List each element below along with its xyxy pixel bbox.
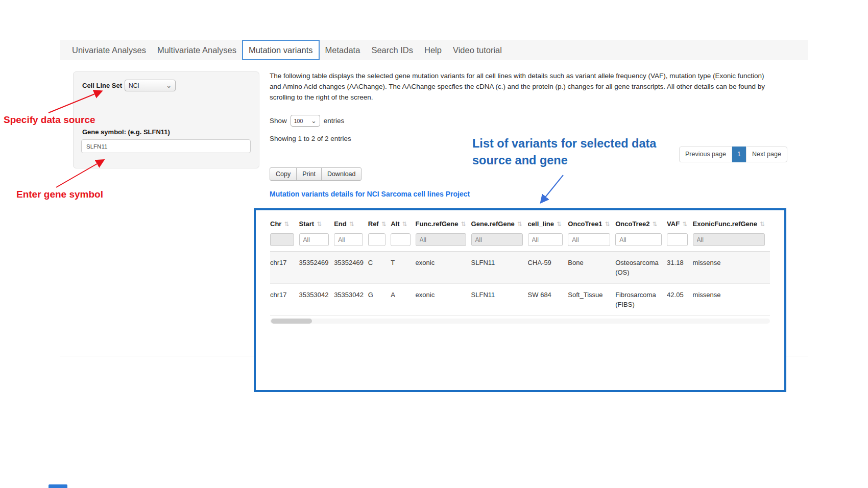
column-header-oncotree1[interactable]: OncoTree1⇅ (568, 215, 615, 232)
top-navigation: Univariate Analyses Multivariate Analyse… (60, 40, 808, 60)
table-cell: Osteosarcoma (OS) (615, 252, 667, 284)
tab-metadata[interactable]: Metadata (320, 40, 366, 60)
filter-cell (615, 232, 667, 252)
entries-select[interactable]: 100 ⌄ (291, 115, 320, 127)
gene-symbol-label: Gene symbol: (e.g. SLFN11) (82, 128, 170, 136)
table-cell: chr17 (270, 284, 299, 316)
column-label: End (334, 220, 347, 228)
sort-icon: ⇅ (517, 221, 522, 228)
next-page-button[interactable]: Next page (746, 147, 787, 162)
column-label: OncoTree2 (615, 220, 649, 228)
tab-univariate-analyses[interactable]: Univariate Analyses (66, 40, 152, 60)
horizontal-scrollbar[interactable] (270, 319, 770, 324)
print-button[interactable]: Print (296, 167, 322, 181)
entries-label: entries (324, 117, 345, 125)
column-filter-exonicfunc-refgene[interactable] (693, 233, 765, 246)
table-title-link[interactable]: Mutation variants details for NCI Sarcom… (270, 190, 470, 198)
current-page-button[interactable]: 1 (732, 147, 746, 162)
table-cell: Bone (568, 252, 615, 284)
sort-icon: ⇅ (682, 221, 687, 228)
column-header-exonicfunc-refgene[interactable]: ExonicFunc.refGene⇅ (693, 215, 770, 232)
tab-mutation-variants[interactable]: Mutation variants (242, 40, 320, 60)
column-header-chr[interactable]: Chr⇅ (270, 215, 299, 232)
column-filter-func-refgene[interactable] (416, 233, 466, 246)
sort-icon: ⇅ (557, 221, 562, 228)
column-filter-oncotree2[interactable] (615, 233, 662, 246)
table-cell: exonic (416, 284, 471, 316)
table-cell: SLFN11 (471, 284, 528, 316)
annotation-variants-list-line1: List of variants for selected data (472, 135, 656, 152)
table-cell: exonic (416, 252, 471, 284)
table-cell: 35353042 (299, 284, 334, 316)
tab-search-ids[interactable]: Search IDs (366, 40, 419, 60)
column-header-cell-line[interactable]: cell_line⇅ (528, 215, 568, 232)
column-filter-chr[interactable] (270, 233, 294, 246)
filter-cell (568, 232, 615, 252)
sort-icon: ⇅ (381, 221, 387, 228)
table-cell: SW 684 (528, 284, 568, 316)
download-button[interactable]: Download (321, 167, 362, 181)
sort-icon: ⇅ (760, 221, 765, 228)
tab-video-tutorial[interactable]: Video tutorial (447, 40, 508, 60)
previous-page-button[interactable]: Previous page (679, 147, 732, 162)
column-header-ref[interactable]: Ref⇅ (368, 215, 391, 232)
cell-line-set-row: Cell Line Set NCI ⌄ (82, 80, 176, 91)
column-filter-oncotree1[interactable] (568, 233, 610, 246)
column-label: Ref (368, 220, 379, 228)
filter-cell (471, 232, 528, 252)
cropped-bottom-element (49, 484, 67, 488)
table-cell: missense (693, 284, 770, 316)
filter-cell (528, 232, 568, 252)
copy-button[interactable]: Copy (270, 167, 297, 181)
column-header-gene-refgene[interactable]: Gene.refGene⇅ (471, 215, 528, 232)
column-filter-cell-line[interactable] (528, 233, 563, 246)
table-row: chr173535246935352469CTexonicSLFN11CHA-5… (270, 252, 770, 284)
horizontal-scrollbar-thumb[interactable] (271, 319, 312, 324)
table-row: chr173535304235353042GAexonicSLFN11SW 68… (270, 284, 770, 316)
filter-cell (270, 232, 299, 252)
column-filter-vaf[interactable] (667, 233, 687, 246)
column-label: Chr (270, 220, 281, 228)
table-cell: 31.18 (667, 252, 692, 284)
cell-line-set-select[interactable]: NCI ⌄ (125, 80, 176, 91)
column-label: ExonicFunc.refGene (693, 220, 757, 228)
input-panel: Cell Line Set NCI ⌄ Gene symbol: (e.g. S… (73, 71, 259, 168)
column-filter-ref[interactable] (368, 233, 385, 246)
tab-multivariate-analyses[interactable]: Multivariate Analyses (152, 40, 242, 60)
annotation-variants-list-line2: source and gene (472, 152, 656, 169)
sort-icon: ⇅ (284, 221, 289, 228)
column-label: cell_line (528, 220, 554, 228)
column-header-end[interactable]: End⇅ (334, 215, 368, 232)
table-cell: SLFN11 (471, 252, 528, 284)
annotation-variants-list: List of variants for selected data sourc… (472, 135, 656, 169)
column-label: Func.refGene (416, 220, 459, 228)
column-filter-alt[interactable] (391, 233, 410, 246)
column-filter-end[interactable] (334, 233, 363, 246)
chevron-down-icon: ⌄ (311, 118, 317, 124)
column-header-oncotree2[interactable]: OncoTree2⇅ (615, 215, 667, 232)
column-header-func-refgene[interactable]: Func.refGene⇅ (416, 215, 471, 232)
column-header-vaf[interactable]: VAF⇅ (667, 215, 692, 232)
column-header-start[interactable]: Start⇅ (299, 215, 334, 232)
column-label: VAF (667, 220, 680, 228)
column-filter-gene-refgene[interactable] (471, 233, 523, 246)
table-cell: A (391, 284, 415, 316)
export-button-group: Copy Print Download (270, 167, 361, 181)
table-cell: T (391, 252, 415, 284)
column-filter-start[interactable] (299, 233, 329, 246)
tab-help[interactable]: Help (419, 40, 447, 60)
column-header-alt[interactable]: Alt⇅ (391, 215, 415, 232)
variants-table: Chr⇅Start⇅End⇅Ref⇅Alt⇅Func.refGene⇅Gene.… (270, 215, 770, 316)
column-label: OncoTree1 (568, 220, 602, 228)
filter-cell (334, 232, 368, 252)
show-label: Show (270, 117, 287, 125)
column-label: Gene.refGene (471, 220, 515, 228)
table-cell: Soft_Tissue (568, 284, 615, 316)
sort-icon: ⇅ (402, 221, 407, 228)
table-cell: 35353042 (334, 284, 368, 316)
table-cell: missense (693, 252, 770, 284)
arrow-to-table-icon (541, 175, 563, 202)
table-cell: 35352469 (334, 252, 368, 284)
gene-symbol-input[interactable] (81, 139, 251, 153)
pagination: Previous page 1 Next page (679, 147, 787, 162)
